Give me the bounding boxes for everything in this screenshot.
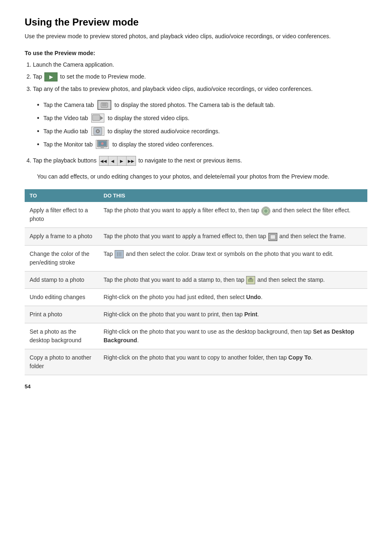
preview-mode-icon: ▶: [44, 72, 58, 81]
step4-list: Tap the playback buttons ◀◀ ◀ ▶ ▶▶ to na…: [33, 156, 367, 166]
to-cell: Change the color of the pen/editing stro…: [25, 245, 99, 271]
dothis-cell: Right-click on the photo you had just ed…: [99, 288, 367, 306]
step-1: Launch the Camera application.: [33, 60, 367, 69]
dothis-cell: Right-click on the photo that you want t…: [99, 323, 367, 349]
svg-rect-10: [101, 147, 104, 148]
to-cell: Undo editing changes: [25, 288, 99, 306]
to-cell: Apply a frame to a photo: [25, 228, 99, 245]
page-number: 54: [25, 383, 367, 390]
svg-rect-14: [271, 235, 275, 239]
dothis-cell: Right-click on the photo that you want t…: [99, 306, 367, 323]
tab-bullets: Tap the Camera tab to display the stored…: [37, 100, 367, 149]
steps-list: Launch the Camera application. Tap ▶ to …: [33, 60, 367, 93]
to-cell: Copy a photo to another folder: [25, 349, 99, 375]
skip-back-icon: ◀◀: [99, 156, 108, 165]
video-tab-bullet: Tap the Video tab to display the stored …: [37, 113, 367, 123]
table-row: Set a photo as the desktop background Ri…: [25, 323, 367, 349]
camera-tab-bullet: Tap the Camera tab to display the stored…: [37, 100, 367, 110]
to-cell: Print a photo: [25, 306, 99, 323]
svg-point-6: [97, 130, 99, 132]
pen-icon: [115, 250, 124, 258]
to-cell: Add stamp to a photo: [25, 271, 99, 288]
svg-rect-19: [248, 279, 253, 282]
svg-rect-1: [102, 103, 107, 107]
table-row: Undo editing changes Right-click on the …: [25, 288, 367, 306]
stamp-icon: [246, 276, 255, 284]
dothis-cell: Right-click on the photo that you want t…: [99, 349, 367, 375]
audio-tab-icon: [91, 127, 104, 136]
table-row: Change the color of the pen/editing stro…: [25, 245, 367, 271]
filter-icon: [261, 207, 270, 216]
camera-tab-icon: [97, 100, 111, 110]
col-dothis-header: DO THIS: [99, 189, 367, 202]
frame-icon: [268, 233, 277, 241]
table-row: Copy a photo to another folder Right-cli…: [25, 349, 367, 375]
monitor-tab-bullet: Tap the Monitor tab to display the store…: [37, 139, 367, 149]
rewind-icon: ◀: [108, 156, 118, 165]
audio-tab-bullet: Tap the Audio tab to display the stored …: [37, 126, 367, 136]
playback-buttons-icon: ◀◀ ◀ ▶ ▶▶: [99, 156, 136, 166]
to-cell: Set a photo as the desktop background: [25, 323, 99, 349]
step-4: Tap the playback buttons ◀◀ ◀ ▶ ▶▶ to na…: [33, 156, 367, 166]
table-row: Add stamp to a photo Tap the photo that …: [25, 271, 367, 288]
table-row: Apply a filter effect to a photo Tap the…: [25, 202, 367, 228]
dothis-cell: Tap the photo that you want to add a sta…: [99, 271, 367, 288]
svg-point-12: [264, 209, 267, 213]
to-cell: Apply a filter effect to a photo: [25, 202, 99, 228]
svg-marker-3: [100, 116, 103, 120]
table-row: Print a photo Right-click on the photo t…: [25, 306, 367, 323]
table-row: Apply a frame to a photo Tap the photo t…: [25, 228, 367, 245]
play-icon: ▶: [118, 156, 127, 165]
intro-text: Use the preview mode to preview stored p…: [25, 32, 367, 41]
dothis-cell: Tap the photo that you want to apply a f…: [99, 228, 367, 245]
monitor-tab-icon: [96, 140, 109, 149]
section-label: To use the Preview mode:: [25, 50, 367, 56]
dothis-cell: Tap the photo that you want to apply a f…: [99, 202, 367, 228]
col-to-header: TO: [25, 189, 99, 202]
step-3: Tap any of the tabs to preview photos, a…: [33, 85, 367, 93]
note-text: You can add effects, or undo editing cha…: [37, 172, 367, 181]
step-2: Tap ▶ to set the mode to Preview mode.: [33, 72, 367, 81]
dothis-cell: Tap and then select the color. Draw text…: [99, 245, 367, 271]
reference-table: TO DO THIS Apply a filter effect to a ph…: [25, 189, 367, 375]
skip-forward-icon: ▶▶: [127, 156, 136, 165]
page-title: Using the Preview mode: [25, 16, 367, 28]
svg-rect-20: [249, 278, 252, 279]
svg-rect-2: [92, 115, 100, 121]
video-tab-icon: [91, 114, 104, 123]
svg-point-9: [101, 142, 104, 145]
